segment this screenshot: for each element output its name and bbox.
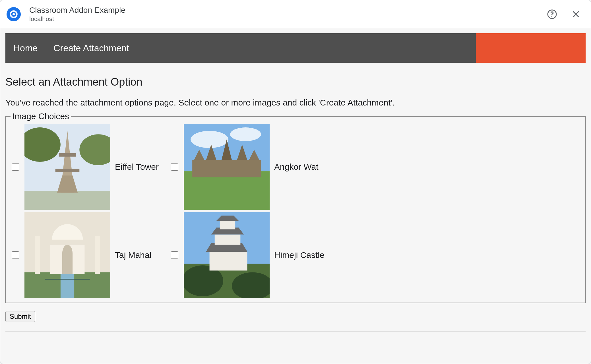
choice-checkbox[interactable] — [171, 163, 178, 171]
eiffel-tower-icon — [24, 124, 110, 210]
svg-rect-9 — [59, 153, 76, 157]
dialog-subtitle: localhost — [29, 15, 535, 23]
choice-taj-mahal: Taj Mahal — [11, 212, 170, 298]
choice-checkbox[interactable] — [171, 251, 178, 259]
dialog-frame: Classroom Addon Example localhost Home C… — [0, 0, 591, 364]
svg-point-13 — [230, 127, 261, 141]
dialog-title: Classroom Addon Example — [29, 6, 535, 15]
nav-accent — [476, 33, 586, 63]
choice-thumbnail — [24, 124, 110, 210]
taj-mahal-icon — [24, 212, 110, 298]
header-titles: Classroom Addon Example localhost — [29, 6, 535, 23]
nav-create-attachment[interactable]: Create Attachment — [46, 33, 137, 63]
choice-label: Angkor Wat — [274, 162, 319, 172]
choices-grid: Eiffel Tower — [11, 124, 580, 298]
page-content: Select an Attachment Option You've reach… — [5, 63, 586, 332]
nav-home[interactable]: Home — [5, 33, 46, 63]
svg-rect-26 — [210, 252, 247, 270]
svg-rect-28 — [220, 221, 235, 229]
choice-thumbnail — [184, 124, 270, 210]
dialog-body: Home Create Attachment Select an Attachm… — [0, 28, 591, 340]
close-button[interactable] — [569, 7, 583, 21]
help-icon — [547, 9, 557, 19]
fieldset-legend: Image Choices — [11, 111, 71, 121]
svg-rect-18 — [61, 274, 74, 298]
choice-angkor-wat: Angkor Wat — [170, 124, 329, 210]
choice-thumbnail — [24, 212, 110, 298]
choice-himeji-castle: Himeji Castle — [170, 212, 329, 298]
submit-button[interactable]: Submit — [5, 311, 35, 322]
himeji-castle-icon — [184, 212, 270, 298]
nav-spacer — [137, 33, 476, 63]
help-button[interactable] — [545, 7, 559, 21]
app-icon — [7, 7, 21, 21]
choice-checkbox[interactable] — [12, 163, 19, 171]
choice-checkbox[interactable] — [12, 251, 19, 259]
svg-point-4 — [551, 16, 552, 17]
svg-rect-21 — [95, 236, 100, 274]
page-title: Select an Attachment Option — [5, 76, 586, 88]
svg-rect-6 — [24, 191, 110, 210]
choice-label: Eiffel Tower — [115, 162, 159, 172]
image-choices-fieldset: Image Choices — [5, 111, 586, 303]
svg-rect-20 — [35, 236, 40, 274]
choice-label: Taj Mahal — [115, 250, 151, 260]
svg-rect-15 — [192, 160, 261, 177]
svg-rect-27 — [215, 235, 241, 245]
svg-point-12 — [191, 131, 228, 148]
svg-point-2 — [13, 13, 15, 15]
angkor-wat-icon — [184, 124, 270, 210]
svg-rect-10 — [55, 169, 80, 172]
dialog-header: Classroom Addon Example localhost — [0, 0, 591, 28]
choice-label: Himeji Castle — [274, 250, 325, 260]
top-nav: Home Create Attachment — [5, 33, 586, 63]
page-intro: You've reached the attachment options pa… — [5, 98, 586, 107]
choice-eiffel-tower: Eiffel Tower — [11, 124, 170, 210]
choice-thumbnail — [184, 212, 270, 298]
separator — [5, 332, 586, 332]
location-icon — [9, 10, 18, 18]
close-icon — [571, 10, 580, 19]
